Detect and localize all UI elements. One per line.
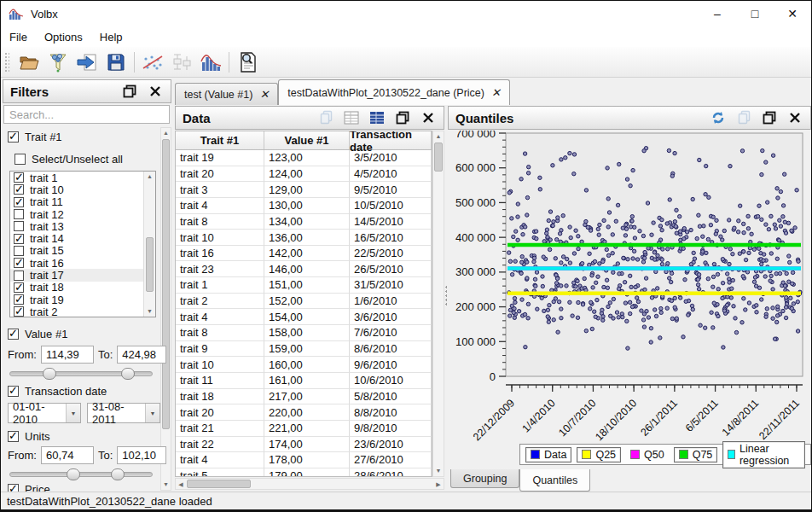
value-slider-high[interactable] (121, 368, 135, 380)
table-row[interactable]: trait 8 158,00 7/6/2010 (176, 325, 432, 341)
column-header-value[interactable]: Value #1 (264, 131, 350, 149)
trait-list-item[interactable]: trait 16 (10, 257, 155, 269)
copy-button[interactable] (317, 109, 334, 126)
table-row[interactable]: trait 4 154,00 3/6/2010 (176, 309, 432, 325)
box-plot-button[interactable] (167, 49, 196, 75)
trait-checkbox[interactable] (14, 221, 24, 231)
value-to-input[interactable] (117, 346, 166, 364)
trait-checkbox[interactable] (14, 306, 24, 317)
table-row[interactable]: trait 1 151,00 31/5/2010 (176, 277, 432, 294)
table-row[interactable]: trait 22 174,00 23/6/2010 (176, 437, 432, 453)
close-button[interactable]: ✕ (774, 1, 811, 26)
scrollbar-thumb[interactable] (146, 237, 154, 293)
units-to-input[interactable] (117, 446, 166, 464)
trait-checkbox[interactable] (14, 197, 24, 207)
chevron-down-icon[interactable]: ▼ (66, 404, 80, 422)
column-header-date[interactable]: Transaction date (350, 131, 432, 149)
trait-checkbox[interactable] (14, 246, 24, 256)
histogram-button[interactable] (196, 49, 225, 75)
table-row[interactable]: trait 16 142,00 22/5/2010 (176, 246, 432, 262)
units-slider-high[interactable] (111, 468, 125, 480)
value-section-checkbox[interactable] (8, 329, 19, 340)
date-from-select[interactable]: 01-01-2010 ▼ (8, 403, 81, 423)
table-row[interactable]: trait 10 136,00 16/5/2010 (176, 230, 432, 246)
scroll-up-icon[interactable]: ▲ (144, 172, 155, 182)
table-row[interactable]: trait 9 159,00 8/6/2010 (176, 341, 432, 358)
table-row[interactable]: trait 2 152,00 1/6/2010 (176, 294, 432, 310)
table-row[interactable]: trait 23 146,00 26/5/2010 (176, 261, 432, 277)
trait-list-item[interactable]: trait 17 (10, 269, 155, 281)
refresh-button[interactable] (710, 109, 727, 126)
scroll-up-icon[interactable]: ▲ (433, 131, 444, 142)
inspect-data-button[interactable] (233, 49, 262, 75)
tab-close-icon[interactable]: ✕ (259, 88, 269, 101)
menu-help[interactable]: Help (91, 28, 131, 46)
tab-grouping[interactable]: Grouping (450, 469, 519, 488)
scrollbar-thumb[interactable] (187, 480, 251, 488)
filter-button[interactable] (44, 49, 72, 75)
trait-checkbox[interactable] (14, 209, 24, 219)
chevron-down-icon[interactable]: ▼ (145, 404, 160, 422)
table-row[interactable]: trait 11 161,00 10/6/2010 (176, 373, 432, 389)
date-section-checkbox[interactable] (8, 386, 19, 397)
table-row[interactable]: trait 18 217,00 5/8/2010 (176, 389, 432, 405)
filters-scrollbar[interactable]: ▲ ▼ (160, 127, 171, 491)
import-data-button[interactable] (72, 49, 102, 75)
value-slider-low[interactable] (43, 368, 56, 380)
legend-item[interactable]: Data (525, 447, 571, 463)
search-input[interactable] (3, 105, 170, 124)
filter-section-trait[interactable]: Trait #1 (8, 131, 62, 143)
scroll-down-icon[interactable]: ▼ (433, 466, 444, 476)
trait-list-item[interactable]: trait 13 (10, 220, 155, 232)
tab-test-value[interactable]: test (Value #1) ✕ (175, 83, 278, 105)
scroll-up-icon[interactable]: ▲ (161, 128, 171, 138)
table-row[interactable]: trait 8 134,00 14/5/2010 (176, 214, 432, 230)
tab-testdatawithplot[interactable]: testDataWithPlot_20130522_dane (Price) ✕ (278, 79, 510, 105)
date-to-select[interactable]: 31-08-2011 ▼ (87, 403, 160, 423)
scatter-plot-button[interactable] (138, 49, 167, 75)
scroll-left-icon[interactable]: ◀ (176, 479, 186, 489)
table-row[interactable]: trait 4 178,00 27/6/2010 (176, 452, 432, 468)
trait-list-item[interactable]: trait 11 (10, 196, 155, 208)
table-row[interactable]: trait 21 221,00 9/8/2010 (176, 421, 432, 437)
trait-checkbox[interactable] (14, 258, 24, 268)
scroll-down-icon[interactable]: ▼ (161, 480, 171, 490)
value-from-input[interactable] (41, 346, 94, 364)
trait-checkbox[interactable] (14, 184, 24, 195)
close-panel-button[interactable] (786, 109, 803, 126)
table-vertical-scrollbar[interactable]: ▲ ▼ (432, 131, 444, 477)
copy-button[interactable] (735, 109, 752, 126)
trait-list-item[interactable]: trait 2 (10, 305, 155, 317)
tab-quantiles[interactable]: Quantiles (519, 469, 590, 492)
table-row[interactable]: trait 20 124,00 4/5/2010 (176, 166, 432, 183)
units-from-input[interactable] (41, 446, 94, 464)
minimize-button[interactable]: – (699, 1, 736, 26)
toolbar-grip[interactable] (4, 52, 9, 73)
legend-item[interactable]: Q75 (674, 447, 718, 463)
slider-track[interactable] (9, 472, 153, 477)
trait-checkbox[interactable] (14, 271, 24, 281)
table-row[interactable]: trait 5 179,00 28/6/2010 (176, 468, 432, 477)
open-file-button[interactable] (14, 49, 44, 75)
close-panel-button[interactable] (147, 83, 164, 100)
undock-button[interactable] (394, 109, 411, 126)
menu-options[interactable]: Options (36, 28, 91, 46)
undock-button[interactable] (761, 109, 778, 126)
trait-checkbox[interactable] (14, 234, 24, 244)
table-row[interactable]: trait 4 130,00 10/5/2010 (176, 198, 432, 214)
table-horizontal-scrollbar[interactable]: ◀ ▶ (175, 478, 444, 490)
menu-file[interactable]: File (1, 28, 36, 46)
trait-list-item[interactable]: trait 19 (10, 294, 155, 305)
export-styled-table-button[interactable] (368, 109, 386, 126)
trait-checkbox[interactable] (14, 282, 24, 293)
trait-checkbox[interactable] (14, 172, 24, 183)
filter-section-value[interactable]: Value #1 (8, 328, 67, 340)
scrollbar-thumb[interactable] (162, 139, 170, 429)
close-panel-button[interactable] (420, 109, 437, 126)
save-button[interactable] (102, 49, 130, 75)
column-header-trait[interactable]: Trait #1 (176, 131, 264, 149)
trait-section-checkbox[interactable] (8, 131, 19, 143)
select-unselect-all[interactable]: Select/Unselect all (14, 153, 123, 166)
trait-list-item[interactable]: trait 18 (10, 282, 155, 294)
trait-list-item[interactable]: trait 1 (10, 172, 155, 183)
